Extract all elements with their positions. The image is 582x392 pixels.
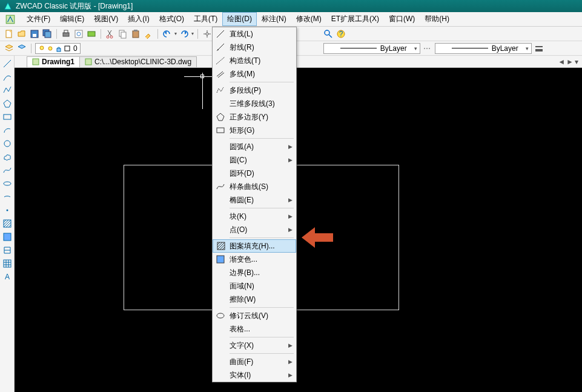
menu-工具[interactable]: 工具(T) — [189, 12, 222, 26]
dot-tool-icon[interactable] — [2, 205, 13, 216]
redo-icon[interactable] — [179, 28, 190, 39]
menu-item-表格[interactable]: 表格... — [213, 322, 296, 336]
lineweight-icon[interactable] — [534, 43, 544, 54]
menu-item-label: 多段线(P) — [230, 85, 261, 96]
arc-line-tool-icon[interactable] — [2, 71, 13, 82]
menu-item-实体i[interactable]: 实体(I)▶ — [213, 368, 296, 382]
menu-item-点o[interactable]: 点(O)▶ — [213, 223, 296, 236]
draw-menu-dropdown: 直线(L)射线(R)构造线(T)多线(M)多段线(P)三维多段线(3)正多边形(… — [212, 27, 297, 382]
matchprop-icon[interactable] — [143, 28, 154, 39]
menu-item-矩形g[interactable]: 矩形(G) — [213, 124, 296, 137]
menu-编辑[interactable]: 编辑(E) — [55, 12, 89, 26]
plot-icon[interactable] — [86, 28, 97, 39]
paste-icon[interactable] — [130, 28, 141, 39]
tab-prev-icon[interactable]: ◄ — [558, 58, 565, 66]
menu-item-label: 直线(L) — [230, 29, 253, 39]
menu-item-label: 图案填充(H)... — [230, 241, 275, 251]
menu-窗口[interactable]: 窗口(W) — [384, 12, 420, 26]
menu-item-面域n[interactable]: 面域(N) — [213, 279, 296, 293]
menu-item-样条曲线s[interactable]: 样条曲线(S) — [213, 180, 296, 193]
hatch-icon — [216, 241, 226, 251]
svg-rect-37 — [85, 59, 91, 65]
menu-item-构造线t[interactable]: 构造线(T) — [213, 54, 296, 67]
menu-item-图案填充h[interactable]: 图案填充(H)... — [213, 239, 296, 253]
menu-item-边界b[interactable]: 边界(B)... — [213, 266, 296, 279]
zoom-icon[interactable] — [323, 28, 334, 39]
polyline-tool-icon[interactable] — [2, 85, 13, 96]
line-tool-icon[interactable] — [2, 58, 13, 69]
menu-item-射线r[interactable]: 射线(R) — [213, 41, 296, 54]
drawing-canvas[interactable] — [15, 68, 582, 392]
undo-dropdown-icon[interactable]: ▾ — [174, 31, 177, 36]
menu-item-直线l[interactable]: 直线(L) — [213, 27, 296, 41]
open-icon[interactable] — [16, 28, 27, 39]
menu-item-多段线p[interactable]: 多段线(P) — [213, 84, 296, 97]
menu-separator — [230, 208, 294, 208]
menu-item-椭圆e[interactable]: 椭圆(E)▶ — [213, 193, 296, 207]
svg-point-17 — [206, 33, 208, 35]
hatch-pat-tool-icon[interactable] — [2, 218, 13, 229]
undo-icon[interactable] — [162, 28, 173, 39]
new-icon[interactable] — [4, 28, 15, 39]
menu-item-渐变色[interactable]: 渐变色... — [213, 253, 296, 266]
circle-tool-icon[interactable] — [2, 138, 13, 149]
text-tool-icon[interactable]: A — [2, 271, 13, 282]
copy-icon[interactable] — [117, 28, 128, 39]
doc-tab[interactable]: C:\...\Desktop\CLINIC-3D.dwg — [79, 56, 197, 67]
doc-tab[interactable]: Drawing1 — [27, 56, 80, 67]
menu-标注[interactable]: 标注(N) — [257, 12, 291, 26]
tab-next-icon[interactable]: ► — [566, 58, 574, 66]
menu-separator — [230, 82, 294, 82]
spline-tool-icon[interactable] — [2, 165, 13, 176]
menu-item-文字x[interactable]: 文字(X)▶ — [213, 339, 296, 352]
menu-item-圆环d[interactable]: 圆环(D) — [213, 167, 296, 180]
redo-dropdown-icon[interactable]: ▾ — [191, 31, 194, 36]
rect-tool-icon[interactable] — [2, 111, 13, 122]
menu-插入[interactable]: 插入(I) — [123, 12, 154, 26]
menu-et扩展工具[interactable]: ET扩展工具(X) — [326, 12, 384, 26]
menu-格式[interactable]: 格式(O) — [154, 12, 189, 26]
preview-icon[interactable] — [73, 28, 84, 39]
doc-logo-icon — [5, 14, 16, 25]
menu-item-label: 块(K) — [230, 211, 246, 222]
blank-icon — [216, 324, 225, 334]
svg-point-42 — [217, 313, 224, 318]
bylayer-combo-1[interactable]: ByLayer — [323, 43, 420, 54]
menu-item-三维多段线3[interactable]: 三维多段线(3) — [213, 97, 296, 110]
polygon-tool-icon[interactable] — [2, 98, 13, 109]
arc-tool-icon[interactable] — [2, 125, 13, 136]
menu-文件[interactable]: 文件(F) — [22, 12, 55, 26]
help-icon[interactable]: ? — [336, 28, 346, 39]
menu-修改[interactable]: 修改(M) — [291, 12, 326, 26]
menu-item-圆c[interactable]: 圆(C)▶ — [213, 153, 296, 167]
pan-icon[interactable] — [202, 28, 213, 39]
menu-item-修订云线v[interactable]: 修订云线(V) — [213, 309, 296, 322]
menu-视图[interactable]: 视图(V) — [89, 12, 123, 26]
layer-state-combo[interactable]: 0 — [35, 43, 81, 54]
menu-item-圆弧a[interactable]: 圆弧(A)▶ — [213, 140, 296, 153]
ellipse-tool-icon[interactable] — [2, 178, 13, 189]
cut-icon[interactable] — [105, 28, 116, 39]
menu-item-擦除w[interactable]: 擦除(W) — [213, 293, 296, 306]
menu-item-多线m[interactable]: 多线(M) — [213, 67, 296, 81]
ellipse-arc-tool-icon[interactable] — [2, 191, 13, 202]
menu-item-正多边形y[interactable]: 正多边形(Y) — [213, 110, 296, 124]
revcloud-tool-icon[interactable] — [2, 151, 13, 162]
region-tool-icon[interactable] — [2, 245, 13, 256]
table-tool-icon[interactable] — [2, 258, 13, 269]
print-icon[interactable] — [61, 28, 71, 39]
layer-manager-icon[interactable] — [4, 43, 15, 54]
menu-item-块k[interactable]: 块(K)▶ — [213, 210, 296, 223]
submenu-arrow-icon: ▶ — [288, 342, 293, 348]
menu-item-曲面f[interactable]: 曲面(F)▶ — [213, 355, 296, 368]
saveall-icon[interactable] — [42, 28, 53, 39]
bylayer-combo-2[interactable]: ByLayer — [435, 43, 532, 54]
gradient-tool-icon[interactable] — [2, 231, 13, 242]
menu-绘图[interactable]: 绘图(D) — [222, 12, 257, 26]
save-icon[interactable] — [29, 28, 40, 39]
linetype-icon[interactable] — [422, 43, 433, 54]
menu-separator — [230, 307, 294, 308]
layer-prev-icon[interactable] — [16, 43, 27, 54]
tab-menu-icon[interactable]: ▾ — [575, 58, 578, 66]
menu-帮助[interactable]: 帮助(H) — [420, 12, 454, 26]
